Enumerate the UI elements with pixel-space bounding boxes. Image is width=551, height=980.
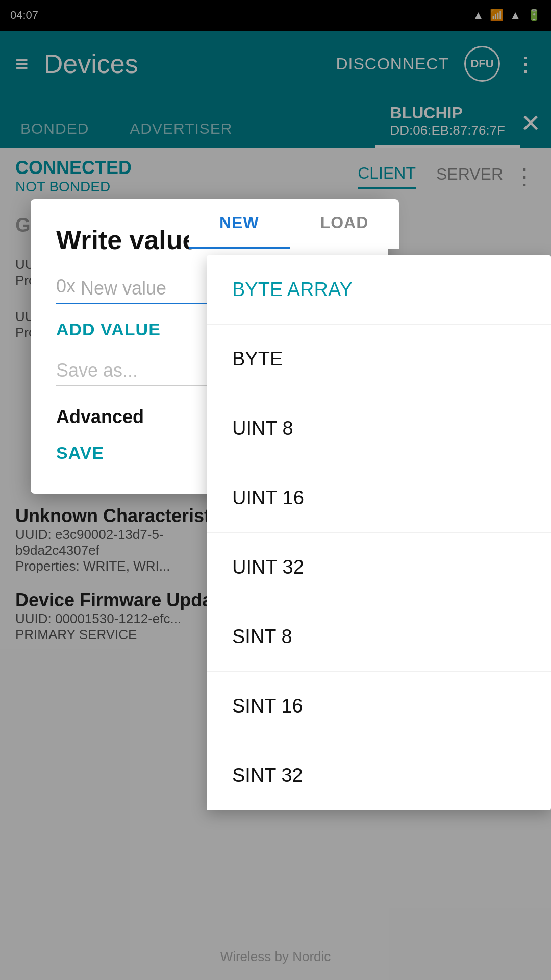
save-button[interactable]: SAVE <box>56 443 104 463</box>
tab-load[interactable]: LOAD <box>290 199 399 249</box>
type-dropdown: BYTE ARRAY BYTE UINT 8 UINT 16 UINT 32 S… <box>207 255 551 810</box>
dialog-tabs: NEW LOAD <box>189 199 399 249</box>
dropdown-item-sint16[interactable]: SINT 16 <box>207 672 551 741</box>
dropdown-item-byte-array[interactable]: BYTE ARRAY <box>207 255 551 325</box>
dropdown-item-uint16[interactable]: UINT 16 <box>207 463 551 533</box>
dropdown-item-uint32[interactable]: UINT 32 <box>207 533 551 602</box>
dropdown-item-sint8[interactable]: SINT 8 <box>207 602 551 672</box>
dropdown-item-sint32[interactable]: SINT 32 <box>207 741 551 810</box>
add-value-button[interactable]: ADD VALUE <box>56 320 161 339</box>
tab-new[interactable]: NEW <box>189 199 290 249</box>
dropdown-item-byte[interactable]: BYTE <box>207 325 551 394</box>
dropdown-item-uint8[interactable]: UINT 8 <box>207 394 551 463</box>
hex-prefix: 0x <box>56 276 76 299</box>
